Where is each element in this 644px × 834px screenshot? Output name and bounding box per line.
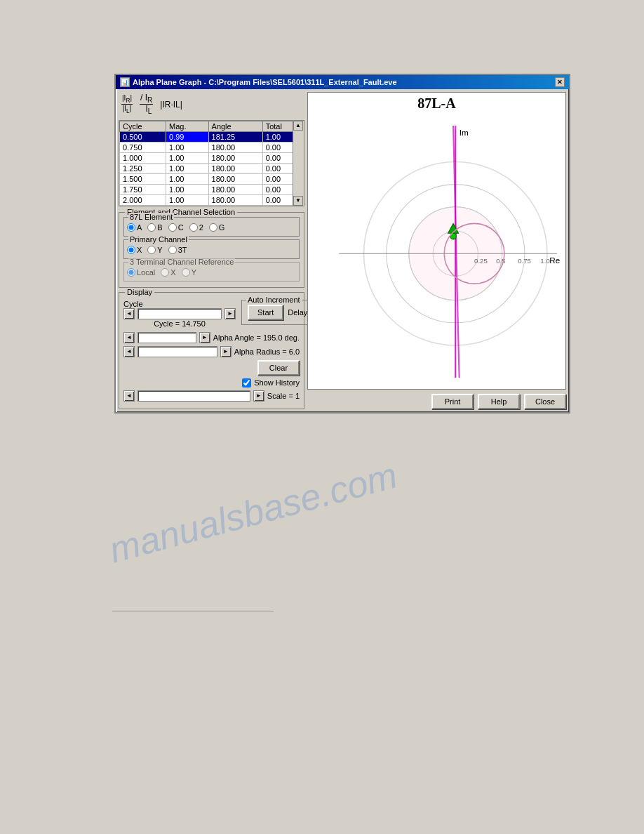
primary-radio-3T-input[interactable]: [168, 246, 177, 254]
display-group: Display Cycle ◄ ► Cycle = 14.750: [119, 292, 304, 409]
scale-left[interactable]: ◄: [123, 390, 135, 402]
element-subgroup-label: 87L Element: [128, 213, 174, 221]
svg-text:1.0: 1.0: [540, 257, 549, 265]
alpha-angle-left[interactable]: ◄: [123, 332, 135, 343]
underline-bar: [112, 611, 274, 611]
show-history-checkbox[interactable]: [242, 378, 251, 388]
scrollbar-down[interactable]: ▼: [293, 196, 303, 206]
primary-radio-3T[interactable]: 3T: [168, 246, 187, 254]
table-row[interactable]: 0.7501.00180.000.00: [120, 142, 304, 152]
element-radio-B[interactable]: B: [147, 223, 162, 232]
show-history-label: Show History: [254, 378, 300, 387]
cell-cycle: 1.750: [120, 184, 166, 194]
watermark: manualsbase.com: [105, 454, 401, 571]
alpha-radius-left[interactable]: ◄: [123, 346, 135, 357]
cell-angle: 180.00: [208, 173, 262, 184]
title-bar-left: 📊 Alpha Plane Graph - C:\Program Files\S…: [120, 77, 397, 87]
scrollbar-up[interactable]: ▲: [293, 121, 303, 131]
alpha-radius-label: Alpha Radius = 6.0: [234, 348, 300, 356]
scale-row: ◄ ► Scale = 1: [123, 390, 300, 402]
icons-row: |IR| |IL| / IR IL |IR·IL|: [119, 92, 304, 117]
start-button[interactable]: Start: [248, 305, 283, 320]
primary-radio-Y-input[interactable]: [147, 246, 156, 254]
terminal-X-input[interactable]: [161, 268, 169, 277]
cell-cycle: 0.500: [120, 131, 166, 142]
table-row[interactable]: 1.7501.00180.000.00: [120, 184, 304, 194]
terminal-radio-Y[interactable]: Y: [182, 268, 196, 277]
cycle-left-arrow[interactable]: ◄: [123, 308, 135, 319]
cell-mag: 0.99: [166, 131, 209, 142]
element-channel-group: Element and Channel Selection 87L Elemen…: [119, 212, 304, 288]
terminal-local-input[interactable]: [127, 268, 135, 277]
left-panel: |IR| |IL| / IR IL |IR·IL|: [119, 92, 304, 409]
cycle-value-label: Cycle = 14.750: [123, 319, 236, 328]
element-radio-2[interactable]: 2: [189, 223, 203, 232]
table-row[interactable]: 1.2501.00180.000.00: [120, 163, 304, 173]
scale-track[interactable]: [137, 390, 250, 402]
alpha-radius-row: ◄ ► Alpha Radius = 6.0: [123, 346, 300, 357]
table-row[interactable]: 1.5001.00180.000.00: [120, 173, 304, 184]
print-button[interactable]: Print: [431, 394, 474, 409]
primary-X-label: X: [137, 246, 142, 254]
fraction2-bot: IL: [140, 105, 153, 115]
terminal-subgroup: 3 Terminal Channel Reference Local X: [123, 262, 300, 282]
data-table: Cycle Mag. Angle Total 0.5000.99181.251.…: [119, 121, 304, 206]
cell-mag: 1.00: [166, 194, 209, 205]
table-row[interactable]: 1.0001.00180.000.00: [120, 152, 304, 163]
primary-Y-label: Y: [157, 246, 162, 254]
element-radio-2-input[interactable]: [189, 223, 198, 232]
cycle-inner: ◄ ►: [123, 308, 236, 319]
element-radio-A[interactable]: A: [127, 223, 142, 232]
terminal-X-label: X: [170, 268, 175, 277]
cycle-slider-track[interactable]: [137, 308, 222, 319]
table-scroll[interactable]: Cycle Mag. Angle Total 0.5000.99181.251.…: [119, 121, 304, 206]
element-radio-A-input[interactable]: [127, 223, 135, 232]
element-2-label: 2: [199, 223, 203, 232]
primary-radio-X-input[interactable]: [127, 246, 135, 254]
graph-panel: 87L-A: [307, 92, 566, 390]
scale-right[interactable]: ►: [253, 390, 264, 402]
cycle-group-label: Cycle: [123, 300, 236, 308]
element-radio-B-input[interactable]: [147, 223, 156, 232]
alpha-angle-right[interactable]: ►: [199, 332, 210, 343]
scale-label: Scale = 1: [267, 392, 300, 400]
ir-il-product: |IR·IL|: [160, 100, 182, 110]
help-button[interactable]: Help: [478, 394, 520, 409]
clear-history-row: Clear: [123, 360, 300, 376]
terminal-radio-X[interactable]: X: [161, 268, 175, 277]
clear-button[interactable]: Clear: [257, 360, 300, 376]
alpha-angle-label: Alpha Angle = 195.0 deg.: [213, 333, 300, 342]
fraction2-top: / IR: [140, 93, 153, 105]
close-button[interactable]: Close: [524, 394, 566, 409]
table-row[interactable]: 2.0001.00180.000.00: [120, 194, 304, 205]
primary-radio-X[interactable]: X: [127, 246, 142, 254]
col-mag: Mag.: [166, 121, 209, 131]
element-radio-G-input[interactable]: [209, 223, 217, 232]
table-scrollbar[interactable]: ▲ ▼: [293, 121, 304, 206]
terminal-Y-input[interactable]: [182, 268, 190, 277]
alpha-radius-right[interactable]: ►: [220, 346, 232, 357]
window-body: |IR| |IL| / IR IL |IR·IL|: [116, 89, 569, 412]
table-header: Cycle Mag. Angle Total: [120, 121, 304, 131]
element-radio-C[interactable]: C: [168, 223, 184, 232]
main-area: |IR| |IL| / IR IL |IR·IL|: [119, 92, 566, 409]
cell-angle: 181.25: [208, 131, 262, 142]
alpha-radius-track[interactable]: [137, 346, 217, 357]
table-row[interactable]: 0.5000.99181.251.00: [120, 131, 304, 142]
terminal-radio-local[interactable]: Local: [127, 268, 155, 277]
fraction-ir-il: |IR| |IL|: [121, 94, 133, 114]
cycle-right-arrow[interactable]: ►: [224, 308, 236, 319]
re-label: Re: [549, 256, 560, 265]
cell-mag: 1.00: [166, 163, 209, 173]
fraction-bot: |IL|: [122, 105, 133, 114]
element-radio-G[interactable]: G: [209, 223, 225, 232]
right-area: 87L-A: [307, 92, 566, 409]
cycle-auto-row: Cycle ◄ ► Cycle = 14.750 Auto Increment: [123, 300, 300, 328]
terminal-Y-label: Y: [192, 268, 196, 277]
alpha-angle-track[interactable]: [137, 332, 196, 343]
window-close-button[interactable]: ✕: [555, 77, 565, 87]
element-radio-C-input[interactable]: [168, 223, 177, 232]
cycle-row: Cycle ◄ ► Cycle = 14.750: [123, 300, 236, 328]
primary-radio-Y[interactable]: Y: [147, 246, 162, 254]
cell-mag: 1.00: [166, 173, 209, 184]
